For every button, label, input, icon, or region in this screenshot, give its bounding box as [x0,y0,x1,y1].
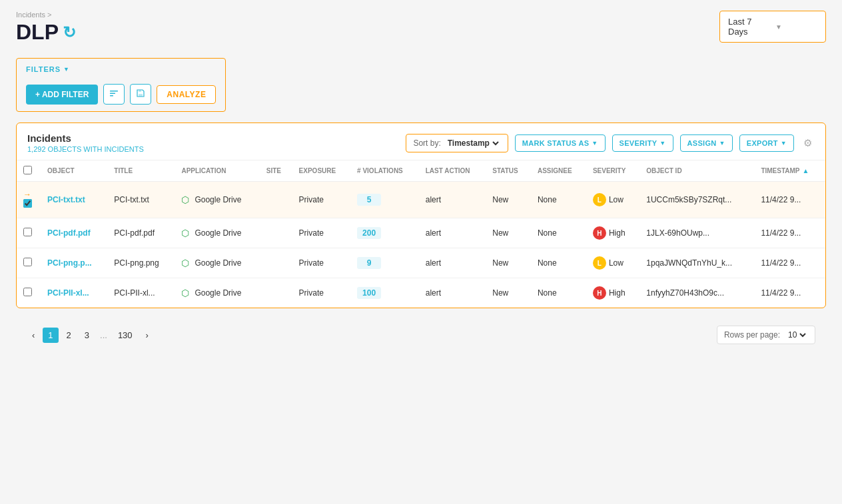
row-checkbox-cell[interactable]: → [17,182,41,218]
col-title: TITLE [107,160,175,182]
chevron-down-icon: ▼ [775,23,817,31]
sort-by-label: Sort by: [413,138,440,148]
settings-icon[interactable]: ⚙ [801,134,815,152]
page-1-button[interactable]: 1 [43,328,58,343]
row-title: PCI-txt.txt [107,182,175,218]
col-object-id: OBJECT ID [639,160,754,182]
row-title: PCI-PII-xl... [107,278,175,308]
col-timestamp: TIMESTAMP ▲ [754,160,825,182]
refresh-icon[interactable]: ↻ [63,23,76,42]
row-severity: LLow [586,182,639,218]
page-2-button[interactable]: 2 [61,328,77,343]
select-all-checkbox[interactable] [23,166,32,174]
table-row[interactable]: PCI-pdf.pdf PCI-pdf.pdf ⬡ Google Drive P… [17,218,825,248]
severity-low-icon: L [593,256,606,270]
export-button[interactable]: EXPORT ▼ [739,134,794,152]
row-checkbox[interactable] [23,288,32,296]
row-timestamp: 11/4/22 9... [754,278,825,308]
row-object-id: 1JLX-69hOUwp... [639,218,754,248]
col-last-action: LAST ACTION [419,160,486,182]
row-checkbox[interactable] [23,258,32,266]
table-row[interactable]: PCI-png.p... PCI-png.png ⬡ Google Drive … [17,248,825,278]
select-all-checkbox-cell[interactable] [17,160,41,182]
mark-status-caret-icon: ▼ [592,140,598,146]
pagination-bar: ‹ 1 2 3 ... 130 › Rows per page: 10 25 5… [16,316,826,354]
severity-low-icon: L [593,193,606,206]
export-caret-icon: ▼ [781,140,787,146]
timestamp-sort-icon[interactable]: ▲ [803,167,809,174]
pagination: ‹ 1 2 3 ... 130 › [27,328,154,343]
incidents-info: Incidents 1,292 OBJECTS WITH INCIDENTS [27,132,144,153]
severity-high-icon: H [593,226,606,240]
sort-by-select[interactable]: Timestamp [445,138,501,148]
svg-rect-4 [139,90,141,92]
row-object: PCI-txt.txt [41,182,107,218]
row-last-action: alert [419,182,486,218]
google-drive-icon: ⬡ [181,228,189,238]
svg-rect-3 [139,94,143,97]
incidents-count: 1,292 OBJECTS WITH INCIDENTS [27,145,144,153]
assign-caret-icon: ▼ [719,140,725,146]
mark-status-button[interactable]: MARK STATUS AS ▼ [515,134,606,152]
time-filter-dropdown[interactable]: Last 7 Days ▼ [719,11,826,43]
col-exposure: EXPOSURE [292,160,350,182]
rows-per-page-control[interactable]: Rows per page: 10 25 50 [717,326,815,344]
row-violations: 9 [350,248,419,278]
add-filter-button[interactable]: + ADD FILTER [26,85,98,105]
table-header-row: OBJECT TITLE APPLICATION SITE EXPOSURE #… [17,160,825,182]
row-object-id: 1UCCm5kSBy7SZRqt... [639,182,754,218]
table-row[interactable]: → PCI-txt.txt PCI-txt.txt ⬡ Google Drive… [17,182,825,218]
incidents-title: Incidents [27,132,144,144]
google-drive-icon: ⬡ [181,288,189,298]
filters-label: FILTERS ▼ [26,65,216,73]
row-severity: HHigh [586,278,639,308]
rows-per-page-select[interactable]: 10 25 50 [785,330,808,340]
row-application: ⬡ Google Drive [175,278,259,308]
table-row[interactable]: PCI-PII-xl... PCI-PII-xl... ⬡ Google Dri… [17,278,825,308]
row-timestamp: 11/4/22 9... [754,182,825,218]
svg-rect-1 [110,93,115,95]
row-last-action: alert [419,218,486,248]
severity-button[interactable]: SEVERITY ▼ [612,134,673,152]
row-exposure: Private [292,182,350,218]
row-severity: HHigh [586,218,639,248]
filters-bar: FILTERS ▼ + ADD FILTER [16,58,826,112]
row-exposure: Private [292,218,350,248]
rows-per-page-label: Rows per page: [724,330,780,340]
row-site [260,182,292,218]
row-checkbox-cell[interactable] [17,248,41,278]
row-checkbox[interactable] [23,199,32,208]
row-object-id: 1pqaJWNQdTnYhU_k... [639,248,754,278]
row-checkbox-cell[interactable] [17,278,41,308]
google-drive-icon: ⬡ [181,194,189,205]
incidents-table-section: Incidents 1,292 OBJECTS WITH INCIDENTS S… [16,123,826,308]
col-severity: SEVERITY [586,160,639,182]
row-timestamp: 11/4/22 9... [754,218,825,248]
page-last-button[interactable]: 130 [113,328,138,343]
row-title: PCI-png.png [107,248,175,278]
row-site [260,248,292,278]
row-status: New [486,248,531,278]
incidents-table: OBJECT TITLE APPLICATION SITE EXPOSURE #… [17,160,825,308]
filter-save-icon[interactable] [130,84,151,105]
row-severity: LLow [586,248,639,278]
row-checkbox-cell[interactable] [17,218,41,248]
breadcrumb: Incidents > [16,11,76,19]
row-site [260,278,292,308]
analyze-button[interactable]: ANALYZE [157,85,216,104]
sort-by-control[interactable]: Sort by: Timestamp [406,134,508,152]
row-assignee: None [531,248,586,278]
row-timestamp: 11/4/22 9... [754,248,825,278]
next-page-button[interactable]: › [141,328,154,343]
page-3-button[interactable]: 3 [79,328,95,343]
row-checkbox[interactable] [23,228,32,236]
time-filter-label: Last 7 Days [728,17,770,37]
app-name-text: DLP [16,20,59,45]
row-violations: 200 [350,218,419,248]
row-site [260,218,292,248]
page-dots: ... [97,330,110,340]
assign-button[interactable]: ASSIGN ▼ [680,134,733,152]
row-object-id: 1nfyyhZ70H43hO9c... [639,278,754,308]
filter-edit-icon[interactable] [103,84,125,105]
prev-page-button[interactable]: ‹ [27,328,40,343]
